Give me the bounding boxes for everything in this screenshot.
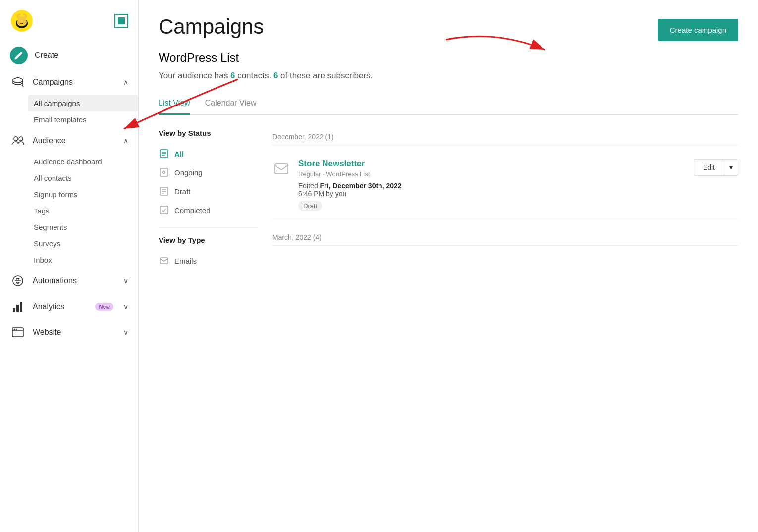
sidebar: Create Campaigns ∧ All campaigns Email t… <box>0 0 139 532</box>
campaign-meta: Regular · WordPress List <box>298 170 686 178</box>
audience-icon <box>10 133 26 149</box>
filter-type-title: View by Type <box>159 236 258 244</box>
sidebar-item-analytics[interactable]: Analytics New ∨ <box>0 294 138 319</box>
sidebar-item-campaigns[interactable]: Campaigns ∧ <box>0 69 138 95</box>
svg-rect-32 <box>275 164 288 174</box>
campaign-status-badge: Draft <box>298 201 322 211</box>
sidebar-item-segments[interactable]: Segments <box>34 219 138 235</box>
audience-label: Audience <box>33 136 116 145</box>
filter-draft-label: Draft <box>174 187 191 196</box>
filter-status-title: View by Status <box>159 129 258 137</box>
audience-count1: 6 <box>230 71 235 80</box>
automations-icon <box>10 273 26 289</box>
sidebar-item-all-contacts[interactable]: All contacts <box>34 170 138 186</box>
filter-emails[interactable]: Emails <box>159 251 258 270</box>
sidebar-navigation: Create Campaigns ∧ All campaigns Email t… <box>0 38 138 532</box>
campaign-name[interactable]: Store Newsletter <box>298 159 686 169</box>
edited-time: 6:46 PM <box>298 190 324 198</box>
campaign-actions: Edit ▾ <box>694 159 738 176</box>
edited-suffix: by you <box>324 190 346 198</box>
campaign-details: Store Newsletter Regular · WordPress Lis… <box>298 159 686 211</box>
analytics-new-badge: New <box>95 303 113 311</box>
filter-panel: View by Status All <box>159 129 258 270</box>
svg-rect-31 <box>160 258 168 264</box>
svg-point-10 <box>14 137 18 141</box>
svg-point-19 <box>14 329 15 330</box>
filter-ongoing-label: Ongoing <box>174 168 203 177</box>
create-nav-icon <box>10 47 28 64</box>
campaigns-icon <box>10 74 26 90</box>
sidebar-item-audience[interactable]: Audience ∧ <box>0 128 138 154</box>
create-label: Create <box>35 51 128 60</box>
filter-ongoing-icon <box>159 167 169 178</box>
sidebar-item-website[interactable]: Website ∨ <box>0 319 138 345</box>
svg-rect-14 <box>13 308 15 312</box>
filter-completed[interactable]: Completed <box>159 201 258 219</box>
filter-ongoing[interactable]: Ongoing <box>159 163 258 182</box>
campaigns-chevron: ∧ <box>123 78 128 86</box>
campaign-email-icon <box>272 160 290 178</box>
campaigns-sub-nav: All campaigns Email templates <box>0 95 138 128</box>
filter-emails-label: Emails <box>174 257 197 265</box>
audience-info: Your audience has 6 contacts. 6 of these… <box>159 71 738 81</box>
date-group-march: March, 2022 (4) <box>272 229 738 246</box>
main-content: Campaigns Create campaign WordPress List… <box>139 0 758 532</box>
campaigns-label: Campaigns <box>33 78 116 87</box>
svg-point-7 <box>18 16 26 22</box>
tab-calendar-view[interactable]: Calendar View <box>205 95 257 115</box>
analytics-label: Analytics <box>33 302 88 311</box>
filter-completed-label: Completed <box>174 206 211 214</box>
svg-point-8 <box>20 52 22 53</box>
svg-rect-25 <box>160 168 168 176</box>
svg-rect-15 <box>16 305 19 312</box>
filter-all[interactable]: All <box>159 144 258 163</box>
audience-sub-nav: Audience dashboard All contacts Signup f… <box>0 154 138 268</box>
tab-list-view[interactable]: List View <box>159 95 190 115</box>
audience-name: WordPress List <box>159 51 738 65</box>
create-campaign-button[interactable]: Create campaign <box>658 19 738 41</box>
website-chevron: ∨ <box>123 328 128 336</box>
campaign-item-store-newsletter: Store Newsletter Regular · WordPress Lis… <box>272 151 738 219</box>
campaign-dropdown-button[interactable]: ▾ <box>724 159 738 176</box>
sidebar-item-inbox[interactable]: Inbox <box>34 252 138 268</box>
page-title: Campaigns <box>159 15 264 39</box>
view-tabs: List View Calendar View <box>159 95 738 115</box>
sidebar-item-surveys[interactable]: Surveys <box>34 235 138 252</box>
filter-draft[interactable]: Draft <box>159 182 258 201</box>
sidebar-item-all-campaigns[interactable]: All campaigns <box>28 95 138 111</box>
campaign-date: Edited Fri, December 30th, 2022 6:46 PM … <box>298 182 686 198</box>
date-group-december: December, 2022 (1) <box>272 129 738 145</box>
website-icon <box>10 324 26 340</box>
sidebar-item-audience-dashboard[interactable]: Audience dashboard <box>34 154 138 170</box>
sidebar-item-signup-forms[interactable]: Signup forms <box>34 186 138 203</box>
analytics-icon <box>10 299 26 315</box>
website-label: Website <box>33 328 116 337</box>
dropdown-arrow-icon: ▾ <box>729 163 733 171</box>
automations-chevron: ∨ <box>123 277 128 285</box>
sidebar-item-automations[interactable]: Automations ∨ <box>0 268 138 294</box>
filter-emails-icon <box>159 255 169 266</box>
sidebar-item-create[interactable]: Create <box>0 42 138 69</box>
mailchimp-logo <box>10 9 34 33</box>
edited-date: Fri, December 30th, 2022 <box>320 182 402 190</box>
content-area: View by Status All <box>159 129 738 270</box>
svg-point-11 <box>19 137 23 141</box>
campaign-edit-button[interactable]: Edit <box>694 159 724 176</box>
audience-middle: contacts. <box>235 71 273 80</box>
audience-chevron: ∧ <box>123 137 128 145</box>
audience-prefix: Your audience has <box>159 71 230 80</box>
svg-point-20 <box>16 329 17 330</box>
automations-label: Automations <box>33 276 116 285</box>
sidebar-toggle-icon[interactable] <box>114 14 128 28</box>
sidebar-item-email-templates[interactable]: Email templates <box>34 111 138 128</box>
page-header: Campaigns Create campaign <box>159 15 738 41</box>
svg-rect-30 <box>160 206 168 214</box>
audience-count2: 6 <box>273 71 278 80</box>
analytics-chevron: ∨ <box>123 303 128 311</box>
filter-completed-icon <box>159 205 169 215</box>
filter-draft-icon <box>159 186 169 197</box>
sidebar-item-tags[interactable]: Tags <box>34 203 138 219</box>
edited-prefix: Edited <box>298 182 320 190</box>
filter-all-icon <box>159 148 169 159</box>
campaign-list: December, 2022 (1) Store Newsletter Regu… <box>272 129 738 270</box>
